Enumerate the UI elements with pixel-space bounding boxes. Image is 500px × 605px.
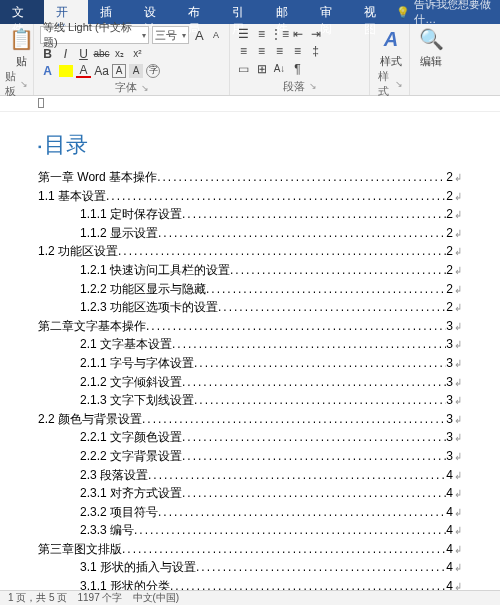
shading-button[interactable]: ▭ bbox=[236, 61, 251, 76]
toc-entry[interactable]: 2.3 段落设置................................… bbox=[38, 466, 462, 485]
toc-text: 2.3 段落设置 bbox=[80, 466, 148, 485]
toc-leader: ........................................… bbox=[158, 224, 446, 243]
dialog-launcher-font[interactable]: ↘ bbox=[141, 83, 149, 93]
change-case-button[interactable]: Aa bbox=[94, 63, 109, 78]
font-color-button[interactable]: A bbox=[76, 63, 91, 78]
italic-button[interactable]: I bbox=[58, 46, 73, 61]
multilevel-button[interactable]: ⋮≡ bbox=[272, 26, 287, 41]
toc-page: 3 bbox=[446, 373, 453, 392]
toc-text: 2.2.1 文字颜色设置 bbox=[80, 428, 182, 447]
show-marks-button[interactable]: ¶ bbox=[290, 61, 305, 76]
group-label-clipboard: 贴板 bbox=[5, 69, 16, 99]
sort-button[interactable]: A↓ bbox=[272, 61, 287, 76]
styles-button[interactable]: A 样式 bbox=[376, 26, 406, 69]
toc-entry[interactable]: 2.2.2 文字背景设置............................… bbox=[38, 447, 462, 466]
toc-page: 4 bbox=[446, 503, 453, 522]
toc-entry[interactable]: 1.2.3 功能区选项卡的设置.........................… bbox=[38, 298, 462, 317]
toc-leader: ........................................… bbox=[182, 484, 446, 503]
toc-entry[interactable]: 2.2 颜色与背景设置.............................… bbox=[38, 410, 462, 429]
superscript-button[interactable]: x² bbox=[130, 46, 145, 61]
toc-title: 目录 bbox=[38, 130, 462, 160]
bold-button[interactable]: B bbox=[40, 46, 55, 61]
styles-icon: A bbox=[378, 26, 404, 52]
toc-page: 3 bbox=[446, 410, 453, 429]
toc-entry[interactable]: 2.3.3 编号................................… bbox=[38, 521, 462, 540]
toc-entry[interactable]: 1.1.1 定时保存设置............................… bbox=[38, 205, 462, 224]
status-words[interactable]: 1197 个字 bbox=[77, 591, 122, 605]
toc-entry[interactable]: 1.1 基本设置................................… bbox=[38, 187, 462, 206]
numbering-button[interactable]: ≡ bbox=[254, 26, 269, 41]
ruler-marker[interactable] bbox=[38, 98, 44, 108]
char-border-button[interactable]: A bbox=[112, 64, 126, 78]
toc-text: 1.2.1 快速访问工具栏的设置 bbox=[80, 261, 230, 280]
align-right-button[interactable]: ≡ bbox=[272, 44, 287, 59]
justify-button[interactable]: ≡ bbox=[290, 44, 305, 59]
font-name-select[interactable]: 等线 Light (中文标题)▾ bbox=[40, 26, 149, 44]
document-page[interactable]: 目录 第一章 Word 基本操作........................… bbox=[0, 112, 500, 596]
dialog-launcher-styles[interactable]: ↘ bbox=[395, 79, 403, 89]
toc-entry[interactable]: 2.1 文字基本设置..............................… bbox=[38, 335, 462, 354]
paragraph-mark-icon: ↲ bbox=[454, 337, 462, 353]
strikethrough-button[interactable]: abc bbox=[94, 46, 109, 61]
status-lang[interactable]: 中文(中国) bbox=[133, 591, 180, 605]
toc-entry[interactable]: 2.3.1 对齐方式设置............................… bbox=[38, 484, 462, 503]
tab-mailings[interactable]: 邮件 bbox=[264, 0, 308, 24]
increase-indent-button[interactable]: ⇥ bbox=[308, 26, 323, 41]
toc-leader: ........................................… bbox=[134, 521, 446, 540]
toc-entry[interactable]: 3.1 形状的插入与设置............................… bbox=[38, 558, 462, 577]
toc-page: 4 bbox=[446, 540, 453, 559]
toc-entry[interactable]: 第二章文字基本操作...............................… bbox=[38, 317, 462, 336]
toc-text: 2.1.3 文字下划线设置 bbox=[80, 391, 194, 410]
tab-review[interactable]: 审阅 bbox=[308, 0, 352, 24]
editing-button[interactable]: 🔍 编辑 bbox=[416, 26, 446, 69]
grow-font-button[interactable]: A bbox=[192, 28, 206, 43]
borders-button[interactable]: ⊞ bbox=[254, 61, 269, 76]
toc-entry[interactable]: 第一章 Word 基本操作...........................… bbox=[38, 168, 462, 187]
status-page[interactable]: 1 页，共 5 页 bbox=[8, 591, 67, 605]
tab-references[interactable]: 引用 bbox=[220, 0, 264, 24]
toc-entry[interactable]: 2.1.1 字号与字体设置...........................… bbox=[38, 354, 462, 373]
toc-page: 3 bbox=[446, 335, 453, 354]
toc-leader: ........................................… bbox=[118, 242, 446, 261]
toc-leader: ........................................… bbox=[142, 410, 446, 429]
toc-page: 2 bbox=[446, 242, 453, 261]
tell-me[interactable]: 💡告诉我您想要做什… bbox=[396, 0, 500, 24]
ruler[interactable] bbox=[0, 96, 500, 112]
tab-view[interactable]: 视图 bbox=[352, 0, 396, 24]
highlight-button[interactable] bbox=[58, 63, 73, 78]
underline-button[interactable]: U bbox=[76, 46, 91, 61]
enclose-button[interactable]: 字 bbox=[146, 64, 160, 78]
toc-entry[interactable]: 2.1.2 文字倾斜设置............................… bbox=[38, 373, 462, 392]
paste-button[interactable]: 📋 贴 bbox=[6, 26, 36, 69]
tab-layout[interactable]: 布局 bbox=[176, 0, 220, 24]
toc-leader: ........................................… bbox=[196, 558, 446, 577]
toc-text: 1.2 功能区设置 bbox=[38, 242, 118, 261]
group-label-font: 字体 bbox=[115, 80, 137, 95]
align-center-button[interactable]: ≡ bbox=[254, 44, 269, 59]
char-shading-button[interactable]: A bbox=[129, 64, 143, 78]
align-left-button[interactable]: ≡ bbox=[236, 44, 251, 59]
dialog-launcher-clipboard[interactable]: ↘ bbox=[20, 79, 28, 89]
line-spacing-button[interactable]: ‡ bbox=[308, 44, 323, 59]
paragraph-mark-icon: ↲ bbox=[454, 486, 462, 502]
bullets-button[interactable]: ☰ bbox=[236, 26, 251, 41]
paragraph-mark-icon: ↲ bbox=[454, 356, 462, 372]
toc-entry[interactable]: 1.2 功能区设置...............................… bbox=[38, 242, 462, 261]
dialog-launcher-paragraph[interactable]: ↘ bbox=[309, 81, 317, 91]
toc-entry[interactable]: 1.1.2 显示设置..............................… bbox=[38, 224, 462, 243]
paragraph-mark-icon: ↲ bbox=[454, 560, 462, 576]
decrease-indent-button[interactable]: ⇤ bbox=[290, 26, 305, 41]
toc-entry[interactable]: 2.2.1 文字颜色设置............................… bbox=[38, 428, 462, 447]
shrink-font-button[interactable]: A bbox=[209, 28, 223, 43]
toc-entry[interactable]: 1.2.1 快速访问工具栏的设置........................… bbox=[38, 261, 462, 280]
toc-entry[interactable]: 2.3.2 项目符号..............................… bbox=[38, 503, 462, 522]
toc-entry[interactable]: 2.1.3 文字下划线设置...........................… bbox=[38, 391, 462, 410]
toc-entry[interactable]: 1.2.2 功能区显示与隐藏..........................… bbox=[38, 280, 462, 299]
toc-entry[interactable]: 第三章图文排版.................................… bbox=[38, 540, 462, 559]
subscript-button[interactable]: x₂ bbox=[112, 46, 127, 61]
text-effects-button[interactable]: A bbox=[40, 63, 55, 78]
paragraph-mark-icon: ↲ bbox=[454, 430, 462, 446]
tab-file[interactable]: 文件 bbox=[0, 0, 44, 24]
font-size-select[interactable]: 三号▾ bbox=[152, 26, 189, 44]
paragraph-mark-icon: ↲ bbox=[454, 449, 462, 465]
